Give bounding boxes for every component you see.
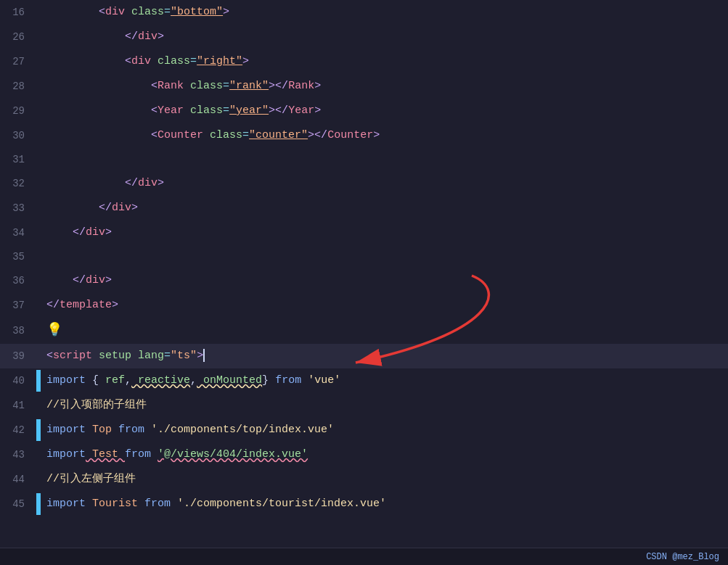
token: div [138, 30, 158, 43]
token: > [242, 55, 249, 67]
token: reactive [131, 374, 190, 387]
line-number: 26 [0, 31, 36, 43]
token: </ [46, 299, 60, 311]
token: './components/tourist/index. [177, 498, 360, 510]
line-content: import Test from '@/views/404/index.vue' [41, 444, 728, 466]
line-content: <Counter class="counter"></Counter> [41, 125, 728, 147]
line-number: 28 [0, 81, 36, 92]
token: template [60, 299, 112, 311]
token: div [131, 55, 151, 67]
code-line: 33 </div> [0, 196, 728, 220]
token: < [46, 55, 131, 67]
token: < [46, 80, 158, 92]
line-number: 16 [0, 7, 36, 18]
code-line: 28 <Rank class="rank"></Rank> [0, 74, 728, 99]
token: "right" [197, 55, 242, 67]
token: lang [138, 350, 164, 362]
line-number: 35 [0, 251, 36, 263]
line-content: //引入左侧子组件 [41, 469, 728, 490]
token: onMounted [197, 374, 262, 387]
token: > [197, 350, 203, 362]
token: class [210, 129, 242, 141]
code-line: 32 </div> [0, 171, 728, 196]
token: from [118, 424, 151, 436]
line-content: </div> [41, 26, 728, 48]
token: = [223, 80, 229, 92]
line-number: 30 [0, 130, 36, 141]
line-number: 39 [0, 350, 36, 362]
token: Year [158, 104, 184, 117]
token: < [46, 129, 158, 141]
token: Top [86, 424, 118, 436]
line-number: 43 [0, 449, 36, 461]
line-content: <Year class="year"></Year> [41, 100, 728, 122]
line-content: <Rank class="rank"></Rank> [41, 75, 728, 97]
code-line: 37</template> [0, 293, 728, 318]
editor-container: 16 <div class="bottom">26 </div>27 <div … [0, 0, 728, 565]
token [151, 55, 158, 67]
token: '@/views/404/index.vue' [158, 448, 308, 461]
token: './components/top/index.vue' [151, 424, 334, 436]
line-number: 45 [0, 498, 36, 510]
token: import [46, 374, 86, 387]
token: ref [105, 374, 125, 387]
line-content: </div> [41, 197, 728, 219]
token: </ [46, 202, 112, 214]
code-line: 42import Top from './components/top/inde… [0, 418, 728, 442]
token: from [269, 374, 308, 387]
token: = [164, 6, 171, 18]
token: > [158, 30, 164, 43]
token: class [158, 55, 190, 67]
line-content: <div class="right"> [41, 51, 728, 73]
code-line: 45import Tourist from './components/tour… [0, 492, 728, 516]
token: = [223, 104, 229, 117]
code-line: 29 <Year class="year"></Year> [0, 99, 728, 123]
line-content: import Tourist from './components/touris… [41, 493, 728, 515]
code-line: 40import { ref, reactive, onMounted} fro… [0, 368, 728, 393]
token: > [314, 104, 321, 117]
token: 'vue' [308, 374, 340, 387]
line-number: 37 [0, 300, 36, 311]
token: div [86, 274, 105, 286]
token: div [105, 6, 125, 18]
token: "bottom" [171, 6, 223, 18]
token: </ [46, 226, 86, 239]
token: script [53, 350, 92, 362]
code-line: 41//引入项部的子组件 [0, 393, 728, 418]
bottom-bar: CSDN @mez_Blog [0, 548, 728, 565]
token: Rank [158, 80, 184, 92]
line-number: 32 [0, 178, 36, 189]
token: > [158, 177, 164, 189]
line-content: <div class="bottom"> [41, 1, 728, 23]
token [184, 80, 190, 92]
token: > [373, 129, 380, 141]
code-line: 31 [0, 148, 728, 171]
token: > [112, 299, 118, 311]
bottom-bar-text: CSDN @mez_Blog [646, 552, 719, 562]
token: > [223, 6, 229, 18]
code-area: 16 <div class="bottom">26 </div>27 <div … [0, 0, 728, 548]
code-line: 27 <div class="right"> [0, 49, 728, 74]
line-content: //引入项部的子组件 [41, 395, 728, 416]
token: Tourist [86, 498, 144, 510]
line-content: </div> [41, 222, 728, 244]
token: Year [288, 104, 314, 117]
token: = [242, 129, 249, 141]
code-line: 36 </div> [0, 268, 728, 293]
code-line: 16 <div class="bottom"> [0, 0, 728, 25]
token [125, 6, 131, 18]
line-content: import Top from './components/top/index.… [41, 419, 728, 441]
token [131, 350, 138, 362]
token: //引入左侧子组件 [46, 473, 136, 485]
token: "ts" [171, 350, 197, 362]
token: from [125, 448, 158, 461]
token: div [138, 177, 158, 189]
token: </ [46, 30, 138, 43]
line-number: 34 [0, 227, 36, 239]
token: from [144, 498, 177, 510]
line-content: <script setup lang="ts"> [41, 345, 728, 367]
line-content: </template> [41, 294, 728, 316]
token: class [131, 6, 164, 18]
line-number: 29 [0, 105, 36, 117]
token: import [46, 498, 86, 510]
